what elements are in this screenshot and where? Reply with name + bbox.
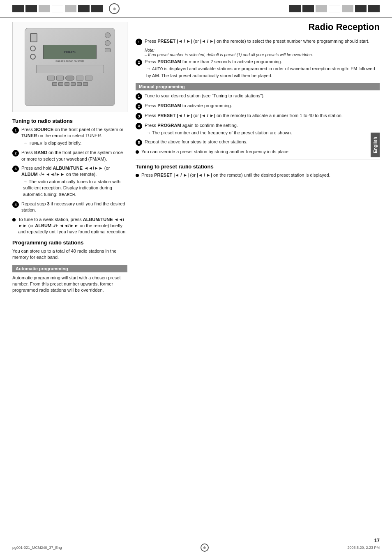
bar-block-7 [91,5,103,12]
tuning-step-3-sub: → The radio automatically tunes to a sta… [23,179,127,198]
device-top-icons [30,33,37,60]
tuning-step-4: 4 Repeat step 3 if necessary until you f… [12,201,127,214]
manual-step-4: 4 Press PROGRAM again to confirm the set… [136,122,380,136]
manual-step-4-sub: → The preset number and the frequency of… [146,130,380,136]
auto-steps-list-2: 2 Press PROGRAM for more than 2 seconds … [136,59,380,79]
manual-step-num-3: 3 [136,113,142,120]
device-sbtn-5 [77,82,82,86]
device-sublabel: PHILIPS AUDIO SYSTEM [55,60,84,62]
tuning-step-1-sub: → TUNER is displayed briefly. [23,140,127,147]
step-num-3: 3 [12,166,19,172]
tuning-step-2-text: Press BAND on the front panel of the sys… [21,150,127,162]
step-num-2: 2 [12,150,19,157]
tuning-step-3-text: Press and hold ALBUM/TUNE ◄◄/►► (or ALBU… [21,165,127,198]
auto-step-1-text: Press PRESET |◄ / ►| (or |◄ / ►| on the … [145,38,380,44]
step-bullet-1 [12,218,16,221]
tuning-step-1: 1 Press SOURCE on the front panel of the… [12,127,127,147]
auto-step-1: 1 Press PRESET |◄ / ►| (or |◄ / ►| on th… [136,38,380,45]
compass-icon: ⊕ [109,3,120,14]
bar-block-r2 [302,5,314,12]
auto-step-2-text: Press PROGRAM for more than 2 seconds to… [145,59,380,79]
bar-block-2 [25,5,37,12]
auto-step-2-sub: → AUTO is displayed and available statio… [146,66,380,79]
manual-programming-heading: Manual programming [136,83,380,90]
programming-intro: You can store up to a total of 40 radio … [12,248,127,261]
manual-step-2-text: Press PROGRAM to activate programming. [145,103,380,109]
device-button-row-1 [47,76,92,81]
manual-step-1-text: Tune to your desired station (see "Tunin… [145,93,380,99]
tuning-section-heading: Tuning to radio stations [12,118,127,124]
bar-block-r5 [342,5,353,12]
device-sbtn-3 [65,82,69,86]
note-block: Note: – If no preset number is selected,… [145,48,380,57]
manual-step-5-text: Repeat the above four steps to store oth… [145,139,380,145]
english-tab: English [371,133,380,157]
device-btn-3 [76,76,83,81]
left-column: PHILIPS PHILIPS AUDIO SYSTEM [12,22,127,297]
device-sbtn-4 [71,82,76,86]
main-content: PHILIPS PHILIPS AUDIO SYSTEM [0,22,392,297]
device-brand-label: PHILIPS [64,51,75,53]
bar-block-5 [65,5,76,12]
auto-steps-list: 1 Press PRESET |◄ / ►| (or |◄ / ►| on th… [136,38,380,45]
manual-step-num-4: 4 [136,123,142,129]
manual-step-3-text: Press PRESET |◄ / ►| (or |◄ / ►| on the … [145,113,380,119]
auto-programming-intro: Automatic programming will start with a … [12,275,127,294]
device-display-bar [36,65,104,73]
tuning-step-1-text: Press SOURCE on the front panel of the s… [21,127,127,147]
auto-step-2: 2 Press PROGRAM for more than 2 seconds … [136,59,380,79]
tuning-steps-list: 1 Press SOURCE on the front panel of the… [12,127,127,235]
device-right-icon-3 [105,48,111,52]
preset-step-bullet: Press PRESET |◄ / ►| (or |◄ / ►| on the … [136,172,380,178]
bar-block-r6 [355,5,367,12]
bar-block-r7 [368,5,380,12]
device-power-icon [30,33,37,42]
bar-block-r3 [316,5,327,12]
right-column: Radio Reception English 1 Press PRESET |… [136,22,380,297]
manual-steps-list: 1 Tune to your desired station (see "Tun… [136,93,380,155]
manual-step-2: 2 Press PROGRAM to activate programming. [136,103,380,110]
auto-step-num-2: 2 [136,59,142,66]
device-btn-4 [85,76,92,81]
top-decorative-bar: ⊕ [0,0,392,18]
device-right-icons [105,32,111,52]
device-body: PHILIPS PHILIPS AUDIO SYSTEM [25,28,115,106]
footer-compass-icon: ⊕ [201,543,209,552]
tuning-step-3: 3 Press and hold ALBUM/TUNE ◄◄/►► (or AL… [12,165,127,198]
device-right-icon-2 [105,40,111,46]
programming-section-heading: Programming radio stations [12,240,127,246]
section-divider [136,159,380,159]
preset-section-heading: Tuning to preset radio stations [136,164,380,170]
manual-step-1: 1 Tune to your desired station (see "Tun… [136,93,380,100]
manual-step-num-5: 5 [136,139,142,146]
device-btn-center [65,76,74,81]
top-bar-right-blocks [289,5,380,12]
page-number: 17 [374,538,380,543]
device-btn-1 [47,76,55,81]
manual-step-3: 3 Press PRESET |◄ / ►| (or |◄ / ►| on th… [136,113,380,120]
preset-steps-list: Press PRESET |◄ / ►| (or |◄ / ►| on the … [136,172,380,178]
manual-step-num-2: 2 [136,103,142,110]
bar-block-r4 [329,5,340,12]
bar-block-r1 [289,5,301,12]
bar-block-3 [39,5,50,12]
device-btn-2 [56,76,64,81]
step-num-1: 1 [12,127,19,134]
device-knob-icon [30,46,36,51]
footer-bar: pg001-021_MCM240_37_Eng ⊕ 2005.5.20, 2:2… [0,540,392,555]
manual-step-bullet: You can override a preset station by sto… [136,149,380,155]
auto-step-num-1: 1 [136,39,142,45]
top-bar-left-blocks [12,5,103,12]
tuning-step-bullet-text: To tune to a weak station, press ALBUM/T… [18,216,127,235]
preset-step-bullet-text: Press PRESET |◄ / ►| (or |◄ / ►| on the … [141,172,380,178]
device-image-box: PHILIPS PHILIPS AUDIO SYSTEM [12,22,127,112]
device-screen: PHILIPS [43,45,97,59]
tuning-step-bullet: To tune to a weak station, press ALBUM/T… [12,216,127,235]
footer-left: pg001-021_MCM240_37_Eng [12,546,62,550]
device-right-icon-1 [105,32,111,38]
bar-block-4 [52,5,63,12]
manual-step-5: 5 Repeat the above four steps to store o… [136,139,380,146]
auto-programming-heading: Automatic programming [12,265,127,272]
device-button-row-2 [52,82,88,86]
preset-step-bullet-icon [136,174,139,177]
